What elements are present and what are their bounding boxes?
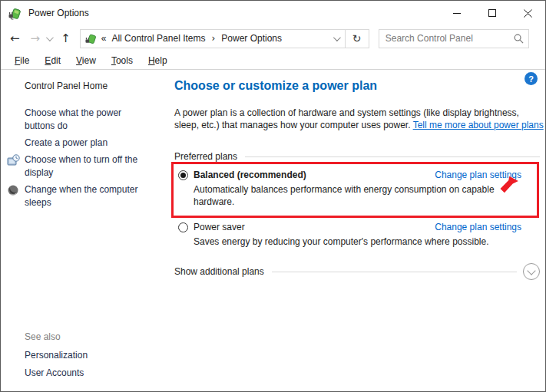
close-icon [524, 9, 532, 18]
menu-bar: File Edit View Tools Help [1, 51, 545, 70]
window-title: Power Options [28, 8, 89, 18]
menu-tools[interactable]: Tools [105, 54, 139, 68]
sidebar-item-computer-sleeps[interactable]: Change when the computer sleeps [25, 183, 149, 209]
sidebar-item-power-buttons[interactable]: Choose what the power buttons do [25, 107, 149, 133]
address-power-icon [85, 33, 97, 44]
preferred-plans-label: Preferred plans [174, 151, 237, 162]
search-input[interactable] [386, 33, 514, 44]
power-saver-plan-description: Saves energy by reducing your computer's… [177, 236, 518, 248]
plan-row-power-saver: Power saver Change plan settings Saves e… [177, 222, 540, 248]
menu-help[interactable]: Help [142, 54, 174, 68]
minimize-button[interactable] [439, 1, 475, 25]
forward-icon[interactable]: → [31, 33, 41, 44]
annotation-box [171, 162, 539, 218]
chevron-down-icon[interactable] [523, 263, 540, 280]
power-saver-change-plan-settings-link[interactable]: Change plan settings [435, 222, 521, 232]
maximize-icon [488, 9, 497, 18]
menu-file[interactable]: File [8, 54, 35, 68]
close-button[interactable] [510, 1, 545, 25]
sidebar-item-control-panel-home[interactable]: Control Panel Home [25, 80, 149, 93]
up-icon[interactable]: ↑ [61, 33, 71, 44]
minimize-icon [453, 9, 462, 18]
power-saver-radio[interactable] [178, 222, 188, 232]
navigation-bar: ← → ↑ « All Control Panel Items › Power … [1, 25, 545, 51]
breadcrumb-separator: › [211, 33, 215, 44]
search-box[interactable] [379, 29, 529, 48]
menu-edit[interactable]: Edit [38, 54, 67, 68]
search-icon [514, 34, 524, 44]
refresh-icon: ↻ [352, 32, 362, 44]
help-icon[interactable]: ? [524, 72, 538, 85]
show-additional-plans-label: Show additional plans [174, 266, 264, 277]
tell-me-more-link[interactable]: Tell me more about power plans [413, 120, 544, 130]
show-additional-plans-group: Show additional plans [174, 263, 540, 280]
address-dropdown-chevron-icon[interactable] [333, 34, 341, 41]
intro-paragraph: A power plan is a collection of hardware… [174, 107, 544, 131]
preferred-plans-group: Preferred plans [174, 151, 540, 162]
show-additional-plans-divider [272, 272, 517, 272]
back-icon[interactable]: ← [10, 33, 20, 44]
sidebar-item-turn-off-display[interactable]: Choose when to turn off the display [25, 153, 149, 180]
sidebar-item-create-power-plan[interactable]: Create a power plan [25, 137, 149, 150]
breadcrumb-overflow[interactable]: « [101, 33, 107, 44]
sleep-moon-icon [7, 184, 20, 197]
display-schedule-icon [7, 154, 20, 167]
content-area: ? Control Panel Home Choose what the pow… [2, 71, 544, 390]
breadcrumb-item-power-options[interactable]: Power Options [221, 33, 282, 44]
power-options-window: Power Options ← → ↑ [0, 0, 546, 392]
titlebar: Power Options [1, 1, 545, 25]
power-saver-plan-label[interactable]: Power saver [194, 222, 245, 232]
see-also-header: See also [25, 331, 149, 344]
recent-locations-chevron-icon[interactable] [46, 34, 54, 41]
preferred-plans-divider [245, 156, 540, 157]
sidebar-item-user-accounts[interactable]: User Accounts [25, 367, 149, 380]
menu-view[interactable]: View [70, 54, 102, 68]
maximize-button[interactable] [475, 1, 510, 25]
sidebar-item-personalization[interactable]: Personalization [25, 349, 149, 362]
power-options-app-icon[interactable] [8, 7, 22, 20]
breadcrumb-item-all-control-panel-items[interactable]: All Control Panel Items [111, 33, 205, 44]
refresh-button[interactable]: ↻ [346, 29, 369, 48]
address-bar[interactable]: « All Control Panel Items › Power Option… [80, 29, 346, 48]
page-title: Choose or customize a power plan [174, 79, 377, 93]
annotation-arrow-icon [497, 174, 520, 197]
